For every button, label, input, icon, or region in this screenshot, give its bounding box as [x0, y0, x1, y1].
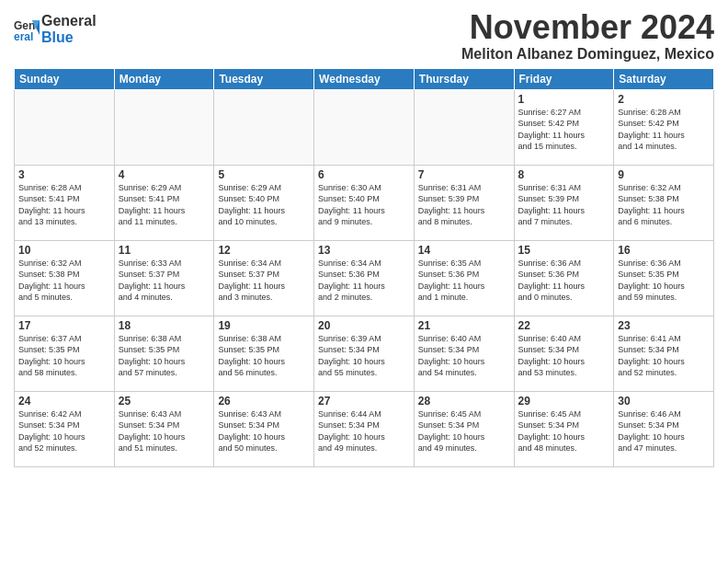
- logo: Gen eral General Blue: [14, 13, 97, 45]
- day-number: 26: [218, 395, 310, 408]
- day-info: Sunrise: 6:31 AM Sunset: 5:39 PM Dayligh…: [418, 182, 510, 228]
- header: Gen eral General Blue November 2024 Meli…: [14, 9, 714, 63]
- calendar-week-3: 10Sunrise: 6:32 AM Sunset: 5:38 PM Dayli…: [15, 240, 714, 316]
- table-row: 12Sunrise: 6:34 AM Sunset: 5:37 PM Dayli…: [214, 240, 314, 316]
- day-info: Sunrise: 6:40 AM Sunset: 5:34 PM Dayligh…: [518, 333, 610, 379]
- day-number: 1: [518, 93, 610, 106]
- day-number: 23: [618, 319, 710, 332]
- table-row: 28Sunrise: 6:45 AM Sunset: 5:34 PM Dayli…: [414, 391, 514, 466]
- day-info: Sunrise: 6:43 AM Sunset: 5:34 PM Dayligh…: [119, 408, 210, 454]
- table-row: 11Sunrise: 6:33 AM Sunset: 5:37 PM Dayli…: [114, 240, 214, 316]
- table-row: 15Sunrise: 6:36 AM Sunset: 5:36 PM Dayli…: [514, 240, 614, 316]
- day-number: 19: [218, 319, 310, 332]
- day-info: Sunrise: 6:34 AM Sunset: 5:36 PM Dayligh…: [318, 258, 410, 304]
- day-info: Sunrise: 6:38 AM Sunset: 5:35 PM Dayligh…: [218, 333, 310, 379]
- page: Gen eral General Blue November 2024 Meli…: [0, 0, 728, 563]
- day-info: Sunrise: 6:43 AM Sunset: 5:34 PM Dayligh…: [218, 408, 310, 454]
- day-number: 25: [119, 395, 210, 408]
- day-info: Sunrise: 6:40 AM Sunset: 5:34 PM Dayligh…: [418, 333, 510, 379]
- table-row: 10Sunrise: 6:32 AM Sunset: 5:38 PM Dayli…: [15, 240, 115, 316]
- table-row: 5Sunrise: 6:29 AM Sunset: 5:40 PM Daylig…: [214, 165, 314, 240]
- table-row: [214, 89, 314, 165]
- col-friday: Friday: [514, 68, 614, 89]
- day-info: Sunrise: 6:46 AM Sunset: 5:34 PM Dayligh…: [618, 408, 710, 454]
- day-info: Sunrise: 6:45 AM Sunset: 5:34 PM Dayligh…: [518, 408, 610, 454]
- svg-text:eral: eral: [14, 30, 33, 42]
- day-info: Sunrise: 6:32 AM Sunset: 5:38 PM Dayligh…: [618, 182, 710, 228]
- table-row: 13Sunrise: 6:34 AM Sunset: 5:36 PM Dayli…: [314, 240, 415, 316]
- table-row: 1Sunrise: 6:27 AM Sunset: 5:42 PM Daylig…: [514, 89, 614, 165]
- table-row: 25Sunrise: 6:43 AM Sunset: 5:34 PM Dayli…: [114, 391, 214, 466]
- day-info: Sunrise: 6:34 AM Sunset: 5:37 PM Dayligh…: [218, 258, 310, 304]
- day-number: 18: [119, 319, 210, 332]
- table-row: 27Sunrise: 6:44 AM Sunset: 5:34 PM Dayli…: [314, 391, 415, 466]
- day-info: Sunrise: 6:32 AM Sunset: 5:38 PM Dayligh…: [18, 258, 110, 304]
- day-number: 6: [318, 168, 410, 181]
- title-block: November 2024 Meliton Albanez Dominguez,…: [461, 9, 714, 63]
- day-number: 16: [618, 244, 710, 257]
- day-number: 30: [618, 395, 710, 408]
- table-row: 26Sunrise: 6:43 AM Sunset: 5:34 PM Dayli…: [214, 391, 314, 466]
- table-row: 20Sunrise: 6:39 AM Sunset: 5:34 PM Dayli…: [314, 316, 415, 391]
- table-row: 3Sunrise: 6:28 AM Sunset: 5:41 PM Daylig…: [15, 165, 115, 240]
- day-number: 4: [119, 168, 210, 181]
- day-number: 14: [418, 244, 510, 257]
- col-wednesday: Wednesday: [314, 68, 415, 89]
- day-info: Sunrise: 6:38 AM Sunset: 5:35 PM Dayligh…: [119, 333, 210, 379]
- day-info: Sunrise: 6:31 AM Sunset: 5:39 PM Dayligh…: [518, 182, 610, 228]
- day-number: 20: [318, 319, 410, 332]
- day-info: Sunrise: 6:39 AM Sunset: 5:34 PM Dayligh…: [318, 333, 410, 379]
- day-number: 24: [18, 395, 110, 408]
- table-row: 23Sunrise: 6:41 AM Sunset: 5:34 PM Dayli…: [614, 316, 714, 391]
- day-number: 15: [518, 244, 610, 257]
- table-row: 22Sunrise: 6:40 AM Sunset: 5:34 PM Dayli…: [514, 316, 614, 391]
- day-info: Sunrise: 6:28 AM Sunset: 5:42 PM Dayligh…: [618, 107, 710, 153]
- day-info: Sunrise: 6:27 AM Sunset: 5:42 PM Dayligh…: [518, 107, 610, 153]
- calendar-week-2: 3Sunrise: 6:28 AM Sunset: 5:41 PM Daylig…: [15, 165, 714, 240]
- day-number: 12: [218, 244, 310, 257]
- table-row: 24Sunrise: 6:42 AM Sunset: 5:34 PM Dayli…: [15, 391, 115, 466]
- col-thursday: Thursday: [414, 68, 514, 89]
- month-title: November 2024: [461, 9, 714, 46]
- logo-text: General Blue: [41, 13, 97, 45]
- col-sunday: Sunday: [15, 68, 115, 89]
- calendar-header-row: Sunday Monday Tuesday Wednesday Thursday…: [15, 68, 714, 89]
- day-number: 9: [618, 168, 710, 181]
- day-number: 21: [418, 319, 510, 332]
- day-number: 3: [18, 168, 110, 181]
- day-number: 8: [518, 168, 610, 181]
- table-row: [114, 89, 214, 165]
- table-row: 9Sunrise: 6:32 AM Sunset: 5:38 PM Daylig…: [614, 165, 714, 240]
- day-number: 7: [418, 168, 510, 181]
- day-number: 22: [518, 319, 610, 332]
- table-row: 7Sunrise: 6:31 AM Sunset: 5:39 PM Daylig…: [414, 165, 514, 240]
- table-row: 4Sunrise: 6:29 AM Sunset: 5:41 PM Daylig…: [114, 165, 214, 240]
- day-number: 11: [119, 244, 210, 257]
- day-info: Sunrise: 6:42 AM Sunset: 5:34 PM Dayligh…: [18, 408, 110, 454]
- table-row: 29Sunrise: 6:45 AM Sunset: 5:34 PM Dayli…: [514, 391, 614, 466]
- table-row: 21Sunrise: 6:40 AM Sunset: 5:34 PM Dayli…: [414, 316, 514, 391]
- day-info: Sunrise: 6:37 AM Sunset: 5:35 PM Dayligh…: [18, 333, 110, 379]
- day-number: 17: [18, 319, 110, 332]
- day-info: Sunrise: 6:41 AM Sunset: 5:34 PM Dayligh…: [618, 333, 710, 379]
- day-number: 28: [418, 395, 510, 408]
- day-info: Sunrise: 6:29 AM Sunset: 5:40 PM Dayligh…: [218, 182, 310, 228]
- table-row: 2Sunrise: 6:28 AM Sunset: 5:42 PM Daylig…: [614, 89, 714, 165]
- day-number: 27: [318, 395, 410, 408]
- logo-icon: Gen eral: [14, 17, 40, 42]
- day-info: Sunrise: 6:35 AM Sunset: 5:36 PM Dayligh…: [418, 258, 510, 304]
- day-info: Sunrise: 6:30 AM Sunset: 5:40 PM Dayligh…: [318, 182, 410, 228]
- location-title: Meliton Albanez Dominguez, Mexico: [461, 46, 714, 63]
- table-row: 14Sunrise: 6:35 AM Sunset: 5:36 PM Dayli…: [414, 240, 514, 316]
- day-info: Sunrise: 6:33 AM Sunset: 5:37 PM Dayligh…: [119, 258, 210, 304]
- day-number: 5: [218, 168, 310, 181]
- day-number: 13: [318, 244, 410, 257]
- day-info: Sunrise: 6:29 AM Sunset: 5:41 PM Dayligh…: [119, 182, 210, 228]
- day-info: Sunrise: 6:36 AM Sunset: 5:36 PM Dayligh…: [518, 258, 610, 304]
- table-row: 18Sunrise: 6:38 AM Sunset: 5:35 PM Dayli…: [114, 316, 214, 391]
- day-info: Sunrise: 6:45 AM Sunset: 5:34 PM Dayligh…: [418, 408, 510, 454]
- table-row: 8Sunrise: 6:31 AM Sunset: 5:39 PM Daylig…: [514, 165, 614, 240]
- table-row: 17Sunrise: 6:37 AM Sunset: 5:35 PM Dayli…: [15, 316, 115, 391]
- calendar-table: Sunday Monday Tuesday Wednesday Thursday…: [14, 68, 714, 467]
- day-info: Sunrise: 6:44 AM Sunset: 5:34 PM Dayligh…: [318, 408, 410, 454]
